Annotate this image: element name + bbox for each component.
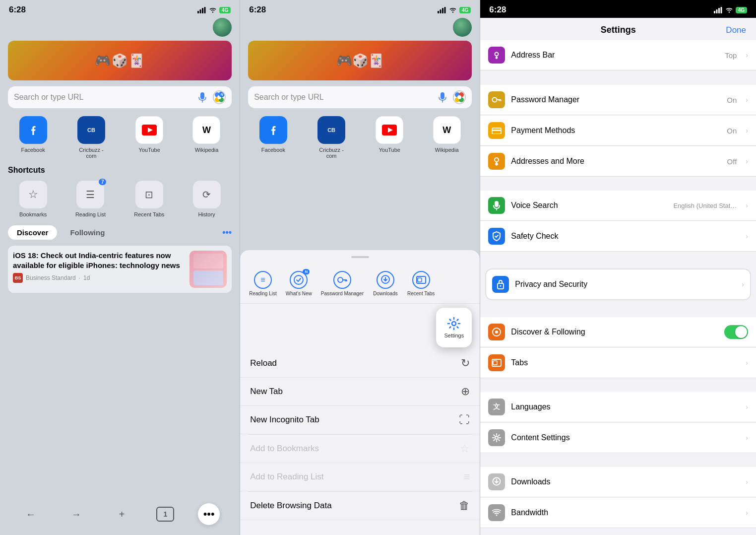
shortcut-youtube[interactable]: YouTube — [135, 116, 163, 159]
recent-tabs-icon — [412, 271, 430, 289]
divider-6 — [480, 453, 756, 467]
gear-svg — [492, 433, 501, 442]
voice-search-value: English (United Stat… — [673, 202, 737, 209]
battery-icon-3: 4G — [736, 7, 747, 13]
tool-whats-new[interactable]: N What's New — [283, 268, 315, 299]
menu-add-bookmarks-label: Add to Bookmarks — [250, 444, 319, 454]
wiki-text: W — [202, 125, 211, 135]
addresses-label: Addresses and More — [511, 157, 721, 166]
discover-more-btn[interactable]: ••• — [222, 227, 232, 238]
news-source-name: Business Standard — [26, 274, 76, 281]
bookmark-item-bookmarks[interactable]: ☆ Bookmarks — [19, 181, 47, 217]
divider-5 — [480, 378, 756, 392]
battery-icon-1: 4G — [219, 7, 231, 13]
settings-item-addresses[interactable]: Addresses and More Off › — [480, 146, 756, 177]
status-bar-1: 6:28 4G — [0, 0, 240, 18]
shortcut-cricbuzz[interactable]: CB Cricbuzz - com — [76, 116, 106, 159]
back-btn-1[interactable]: ← — [20, 503, 42, 525]
menu-delete-label: Delete Browsing Data — [250, 501, 331, 511]
svg-rect-1 — [199, 9, 201, 13]
settings-item-privacy-highlighted[interactable]: Privacy and Security › — [485, 268, 751, 300]
settings-item-languages[interactable]: 文 Languages › — [480, 392, 756, 422]
status-time-1: 6:28 — [9, 5, 26, 15]
settings-float-btn[interactable]: Settings — [436, 308, 472, 347]
addresses-chevron: › — [746, 157, 748, 165]
status-bar-3: 6:28 4G — [480, 0, 756, 18]
password-chevron: › — [746, 96, 748, 104]
lens-circle: N — [213, 90, 226, 104]
tool-downloads[interactable]: Downloads — [370, 268, 401, 299]
svg-rect-2 — [202, 8, 203, 13]
google-lens-icon-1[interactable]: N — [213, 91, 226, 104]
menu-reload[interactable]: Reload ↻ — [240, 349, 480, 378]
shield-svg — [492, 231, 501, 241]
tool-reading-list[interactable]: ≡ Reading List — [246, 268, 280, 299]
news-card-1[interactable]: iOS 18: Check out India-centric features… — [8, 246, 232, 293]
shortcut2-cricbuzz[interactable]: CB Cricbuzz - com — [316, 116, 346, 159]
settings-item-bandwidth[interactable]: Bandwidth › — [480, 498, 756, 528]
safety-label: Safety Check — [511, 232, 740, 241]
tab-discover[interactable]: Discover — [8, 225, 57, 240]
shortcut2-wikipedia[interactable]: W Wikipedia — [433, 116, 461, 159]
recent-tabs-label: Recent Tabs — [407, 291, 435, 296]
wikipedia-icon-2: W — [433, 116, 461, 144]
settings-item-content[interactable]: Content Settings › — [480, 423, 756, 453]
mic-svg-2 — [438, 92, 447, 103]
tab-following[interactable]: Following — [61, 225, 114, 240]
svg-point-19 — [338, 277, 343, 282]
menu-delete-data[interactable]: Delete Browsing Data 🗑 — [240, 492, 480, 520]
menu-new-tab[interactable]: New Tab ⊕ — [240, 378, 480, 406]
settings-item-tabs[interactable]: Tabs › — [480, 348, 756, 378]
shortcut-wikipedia[interactable]: W Wikipedia — [192, 116, 220, 159]
settings-item-address-bar[interactable]: Address Bar Top › — [480, 40, 756, 70]
banner-text-2: 🎮🎲🃏 — [336, 53, 384, 68]
mic-icon-1[interactable] — [196, 91, 209, 104]
avatar-1[interactable] — [213, 18, 232, 37]
menu-incognito[interactable]: New Incognito Tab ⛶ — [240, 406, 480, 434]
shortcut2-youtube[interactable]: YouTube — [376, 116, 403, 159]
voice-search-label: Voice Search — [511, 201, 667, 210]
menu-reload-label: Reload — [250, 358, 277, 368]
bookmark-item-recent-tabs[interactable]: ⊡ Recent Tabs — [134, 181, 164, 217]
search-bar-1[interactable]: Search or type URL N — [8, 86, 232, 108]
settings-done-btn[interactable]: Done — [726, 25, 746, 35]
settings-item-payment[interactable]: Payment Methods On › — [480, 116, 756, 146]
settings-item-safety[interactable]: Safety Check › — [480, 221, 756, 252]
search-placeholder-1: Search or type URL — [14, 93, 192, 102]
bookmark-item-reading[interactable]: ☰ 7 Reading List — [75, 181, 106, 217]
status-time-2: 6:28 — [249, 5, 266, 15]
menu-new-tab-left: New Tab — [250, 387, 283, 397]
more-btn-1[interactable]: ••• — [198, 503, 220, 525]
svg-rect-27 — [714, 11, 715, 13]
bookmark-item-history[interactable]: ⟳ History — [193, 181, 221, 217]
settings-item-discover[interactable]: Discover & Following — [480, 317, 756, 347]
shortcut2-facebook[interactable]: Facebook — [259, 116, 287, 159]
divider-7 — [480, 528, 756, 535]
tool-recent-tabs[interactable]: Recent Tabs — [404, 268, 438, 299]
add-tab-btn-1[interactable]: + — [111, 503, 133, 525]
settings-item-voice-search[interactable]: Voice Search English (United Stat… › — [480, 191, 756, 221]
mic-svg-3 — [493, 201, 500, 210]
avatar-2[interactable] — [453, 18, 472, 37]
mic-svg-1 — [198, 92, 207, 103]
sheet-handle — [351, 256, 369, 258]
settings-item-password[interactable]: Password Manager On › — [480, 85, 756, 115]
reading-list-sym: ≡ — [260, 275, 265, 284]
signal-icon-1 — [197, 7, 206, 13]
svg-rect-9 — [438, 11, 439, 13]
tool-password[interactable]: Password Manager — [318, 268, 367, 299]
forward-btn-1[interactable]: → — [65, 503, 87, 525]
divider-1 — [480, 71, 756, 85]
menu-add-reading: Add to Reading List ≡ — [240, 463, 480, 491]
pin-svg — [493, 156, 501, 166]
search-bar-2[interactable]: Search or type URL — [248, 86, 472, 108]
settings-item-downloads[interactable]: Downloads › — [480, 467, 756, 497]
mic-icon-2[interactable] — [436, 91, 449, 104]
shortcut-facebook[interactable]: Facebook — [19, 116, 47, 159]
tab-count-btn-1[interactable]: 1 — [156, 507, 174, 522]
discover-toggle[interactable] — [724, 325, 748, 339]
shortcut2-label-fb: Facebook — [261, 147, 285, 153]
cricbuzz-icon-2: CB — [317, 116, 345, 144]
google-lens-icon-2[interactable] — [453, 91, 466, 104]
discover-icon — [488, 324, 505, 340]
